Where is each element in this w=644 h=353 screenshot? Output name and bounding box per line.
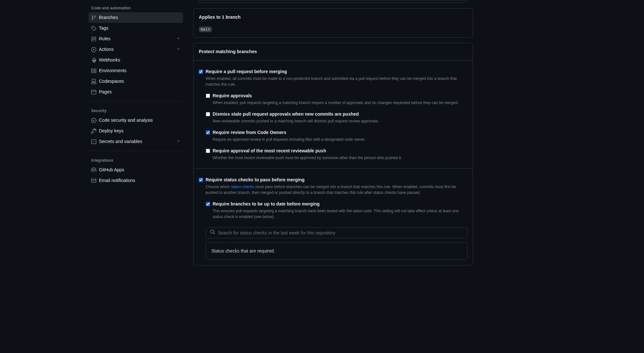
sidebar-item-label: Rules [99, 35, 174, 42]
git-branch-icon [91, 15, 96, 20]
require-pr-desc: When enabled, all commits must be made t… [206, 76, 467, 87]
status-required-box: Status checks that are required. [206, 242, 467, 260]
sidebar-item-label: Branches [99, 14, 180, 21]
dismiss-stale-desc: New reviewable commits pushed to a match… [213, 118, 467, 124]
sidebar-item-pages[interactable]: Pages [89, 87, 183, 97]
placeholder-box [199, 0, 467, 3]
codescan-icon [91, 118, 96, 123]
sidebar-item-codespaces[interactable]: Codespaces [89, 76, 183, 87]
require-approvals-row: Require approvals When enabled, pull req… [206, 90, 467, 108]
dismiss-stale-checkbox[interactable] [206, 112, 210, 116]
rules-icon [91, 36, 96, 42]
dismiss-stale-title: Dismiss stale pull request approvals whe… [213, 111, 467, 118]
sidebar-item-label: GitHub Apps [99, 167, 180, 173]
sidebar-item-actions[interactable]: Actions [89, 44, 183, 55]
protect-card: Protect matching branches Require a pull… [193, 43, 473, 265]
sidebar-section-integrations: Integrations [89, 155, 183, 165]
require-up-to-date-row: Require branches to be up to date before… [206, 198, 467, 222]
sidebar-item-label: Codespaces [99, 78, 180, 85]
sidebar-item-rules[interactable]: Rules [89, 33, 183, 44]
status-checks-link[interactable]: status checks [231, 185, 255, 189]
require-up-to-date-desc: This ensures pull requests targeting a m… [213, 208, 467, 220]
sidebar-item-code-security[interactable]: Code security and analysis [89, 115, 183, 126]
sidebar-section-code: Code and automation [89, 3, 183, 12]
sidebar-item-tags[interactable]: Tags [89, 23, 183, 33]
chevron-down-icon [177, 47, 180, 52]
require-status-desc: Choose which status checks must pass bef… [206, 184, 467, 196]
sidebar-item-email-notifications[interactable]: Email notifications [89, 175, 183, 186]
chevron-down-icon [177, 139, 180, 145]
sidebar-item-label: Email notifications [99, 177, 180, 184]
sidebar-section-security: Security [89, 105, 183, 115]
sidebar-item-secrets[interactable]: Secrets and variables [89, 136, 183, 147]
require-pr-title: Require a pull request before merging [206, 68, 467, 75]
require-approvals-title: Require approvals [213, 92, 467, 99]
require-pr-row: Require a pull request before merging Wh… [199, 66, 467, 90]
sidebar-item-label: Pages [99, 89, 180, 95]
require-status-row: Require status checks to pass before mer… [199, 174, 467, 198]
sidebar-item-environments[interactable]: Environments [89, 65, 183, 76]
require-codeowners-row: Require review from Code Owners Require … [206, 127, 467, 145]
branch-name-tag: main [199, 26, 212, 32]
sidebar-item-label: Tags [99, 25, 180, 32]
play-icon [91, 47, 96, 52]
require-pr-checkbox[interactable] [199, 70, 203, 74]
sidebar-item-label: Actions [99, 46, 174, 53]
sidebar-item-branches[interactable]: Branches [89, 12, 183, 23]
sidebar-item-label: Secrets and variables [99, 138, 174, 145]
require-status-checkbox[interactable] [199, 178, 203, 182]
require-recent-push-checkbox[interactable] [206, 149, 210, 153]
status-search-input[interactable] [218, 230, 463, 235]
require-approvals-checkbox[interactable] [206, 94, 210, 98]
key-icon [91, 129, 96, 134]
sidebar-item-label: Environments [99, 67, 180, 74]
sidebar-item-webhooks[interactable]: Webhooks [89, 55, 183, 65]
require-codeowners-title: Require review from Code Owners [213, 129, 467, 136]
sidebar-item-label: Deploy keys [99, 128, 180, 134]
tag-icon [91, 26, 96, 31]
require-recent-push-title: Require approval of the most recent revi… [213, 148, 467, 154]
require-up-to-date-checkbox[interactable] [206, 202, 210, 206]
browser-icon [91, 90, 96, 95]
hubot-icon [91, 167, 96, 173]
require-codeowners-checkbox[interactable] [206, 130, 210, 135]
dismiss-stale-row: Dismiss stale pull request approvals whe… [206, 108, 467, 127]
require-recent-push-row: Require approval of the most recent revi… [206, 145, 467, 163]
webhook-icon [91, 58, 96, 63]
codespaces-icon [91, 79, 96, 84]
sidebar-item-github-apps[interactable]: GitHub Apps [89, 165, 183, 175]
secrets-icon [91, 139, 96, 144]
status-search-box[interactable] [206, 227, 467, 238]
chevron-down-icon [177, 36, 180, 42]
protect-heading: Protect matching branches [194, 43, 473, 61]
require-codeowners-desc: Require an approved review in pull reque… [213, 137, 467, 142]
require-recent-push-desc: Whether the most recent reviewable push … [213, 155, 467, 161]
search-icon [210, 229, 215, 236]
require-approvals-desc: When enabled, pull requests targeting a … [213, 100, 467, 106]
server-icon [91, 68, 96, 73]
applies-to-card: Applies to 1 branch main [193, 8, 473, 38]
require-status-title: Require status checks to pass before mer… [206, 176, 467, 183]
sidebar-item-deploy-keys[interactable]: Deploy keys [89, 126, 183, 136]
require-up-to-date-title: Require branches to be up to date before… [213, 201, 467, 207]
applies-to-heading: Applies to 1 branch [194, 9, 473, 26]
sidebar-item-label: Webhooks [99, 57, 180, 63]
sidebar-item-label: Code security and analysis [99, 117, 180, 124]
mail-icon [91, 178, 96, 183]
